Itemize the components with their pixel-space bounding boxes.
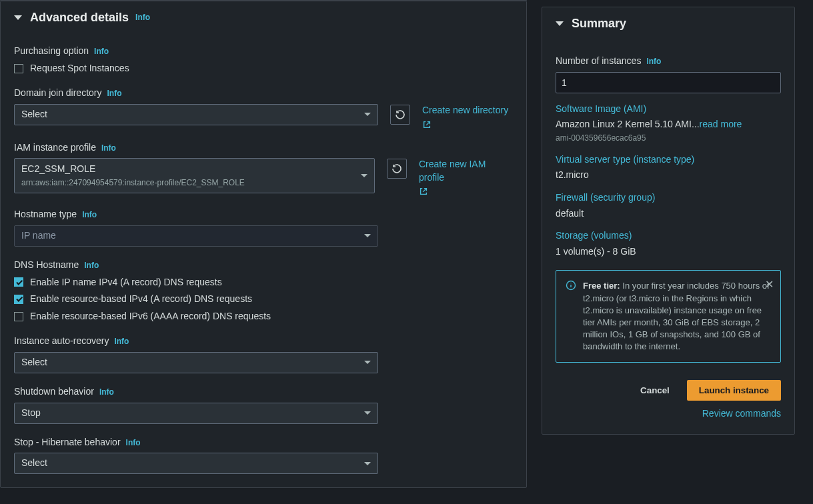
refresh-icon (395, 109, 405, 120)
ami-read-more-link[interactable]: read more (700, 119, 742, 129)
summary-header[interactable]: Summary (542, 7, 794, 40)
purchasing-label: Purchasing option (14, 45, 89, 58)
launch-instance-button[interactable]: Launch instance (687, 380, 781, 401)
info-icon (566, 280, 576, 291)
shutdown-label: Shutdown behavior (14, 385, 94, 399)
hibernate-label: Stop - Hibernate behavior (14, 436, 121, 449)
advanced-info-link[interactable]: Info (135, 12, 150, 23)
chevron-down-icon (364, 462, 371, 465)
shutdown-info-link[interactable]: Info (99, 387, 114, 398)
dns-rb-ipv4-checkbox[interactable] (14, 295, 23, 304)
free-tier-alert: Free tier: In your first year includes 7… (556, 270, 781, 363)
summary-panel: Summary Number of instances Info Softwar… (542, 7, 795, 435)
dns-rb-ipv6-checkbox[interactable] (14, 312, 23, 321)
firewall-value: default (556, 207, 781, 221)
dns-rb-ipv4-label: Enable resource-based IPv4 (A record) DN… (30, 293, 252, 306)
storage-value: 1 volume(s) - 8 GiB (556, 245, 781, 259)
create-directory-link[interactable]: Create new directory (422, 104, 508, 129)
num-instances-label: Number of instances (556, 55, 641, 68)
external-link-icon (419, 187, 428, 196)
auto-recovery-value: Select (21, 356, 47, 369)
close-icon[interactable]: ✕ (765, 277, 774, 292)
spot-label: Request Spot Instances (30, 62, 129, 75)
instance-type-value: t2.micro (556, 169, 781, 182)
chevron-down-icon (364, 234, 371, 237)
caret-down-icon (14, 15, 22, 20)
iam-profile-arn: arn:aws:iam::247094954579:instance-profi… (21, 177, 245, 189)
domain-join-refresh-button[interactable] (390, 105, 410, 125)
free-tier-body: In your first year includes 750 hours of… (583, 281, 770, 351)
auto-recovery-select[interactable]: Select (14, 352, 378, 373)
cancel-button[interactable]: Cancel (631, 380, 679, 401)
iam-profile-refresh-button[interactable] (387, 159, 407, 179)
chevron-down-icon (364, 361, 371, 364)
num-instances-input[interactable] (556, 72, 781, 93)
dns-rb-ipv6-label: Enable resource-based IPv6 (AAAA record)… (30, 310, 271, 323)
free-tier-prefix: Free tier: (583, 281, 620, 291)
ami-id: ami-004359656ecac6a95 (556, 133, 781, 144)
hibernate-value: Select (21, 457, 47, 470)
external-link-icon (422, 120, 432, 129)
domain-join-value: Select (21, 108, 47, 121)
firewall-link[interactable]: Firewall (security group) (556, 191, 781, 205)
shutdown-select[interactable]: Stop (14, 403, 378, 424)
auto-recovery-info-link[interactable]: Info (114, 336, 129, 347)
dns-ipv4-checkbox[interactable] (14, 277, 23, 287)
hibernate-info-link[interactable]: Info (126, 437, 141, 449)
hostname-type-select[interactable]: IP name (14, 225, 378, 247)
dns-hostname-info-link[interactable]: Info (84, 260, 99, 271)
iam-profile-info-link[interactable]: Info (101, 143, 116, 154)
chevron-down-icon (364, 411, 371, 415)
iam-profile-label: IAM instance profile (14, 141, 96, 155)
shutdown-value: Stop (21, 407, 41, 420)
caret-down-icon (556, 21, 564, 26)
iam-profile-value: EC2_SSM_ROLE (21, 163, 245, 176)
review-commands-link[interactable]: Review commands (556, 407, 781, 421)
create-iam-profile-link[interactable]: Create new IAM profile (419, 158, 513, 196)
chevron-down-icon (364, 113, 371, 116)
storage-link[interactable]: Storage (volumes) (556, 229, 781, 243)
summary-title: Summary (572, 15, 626, 32)
domain-join-label: Domain join directory (14, 87, 102, 100)
instance-type-link[interactable]: Virtual server type (instance type) (556, 153, 781, 167)
domain-join-info-link[interactable]: Info (107, 88, 122, 99)
advanced-details-panel: Advanced details Info Purchasing option … (0, 1, 527, 488)
iam-profile-select[interactable]: EC2_SSM_ROLE arn:aws:iam::247094954579:i… (14, 158, 375, 193)
chevron-down-icon (361, 174, 367, 177)
dns-ipv4-label: Enable IP name IPv4 (A record) DNS reque… (30, 276, 222, 289)
hostname-type-value: IP name (21, 229, 56, 243)
num-instances-info-link[interactable]: Info (646, 56, 661, 67)
advanced-details-title: Advanced details (30, 9, 129, 26)
hostname-type-label: Hostname type (14, 208, 77, 221)
hibernate-select[interactable]: Select (14, 453, 378, 474)
hostname-type-info-link[interactable]: Info (82, 209, 97, 221)
auto-recovery-label: Instance auto-recovery (14, 335, 109, 348)
refresh-icon (391, 163, 402, 174)
spot-checkbox[interactable] (14, 64, 23, 73)
domain-join-select[interactable]: Select (14, 104, 378, 125)
ami-link[interactable]: Software Image (AMI) (556, 103, 781, 116)
advanced-details-header[interactable]: Advanced details Info (1, 1, 526, 34)
svg-point-2 (570, 283, 571, 283)
purchasing-info-link[interactable]: Info (94, 46, 109, 57)
ami-text: Amazon Linux 2 Kernel 5.10 AMI... (556, 119, 700, 129)
dns-hostname-label: DNS Hostname (14, 259, 79, 272)
